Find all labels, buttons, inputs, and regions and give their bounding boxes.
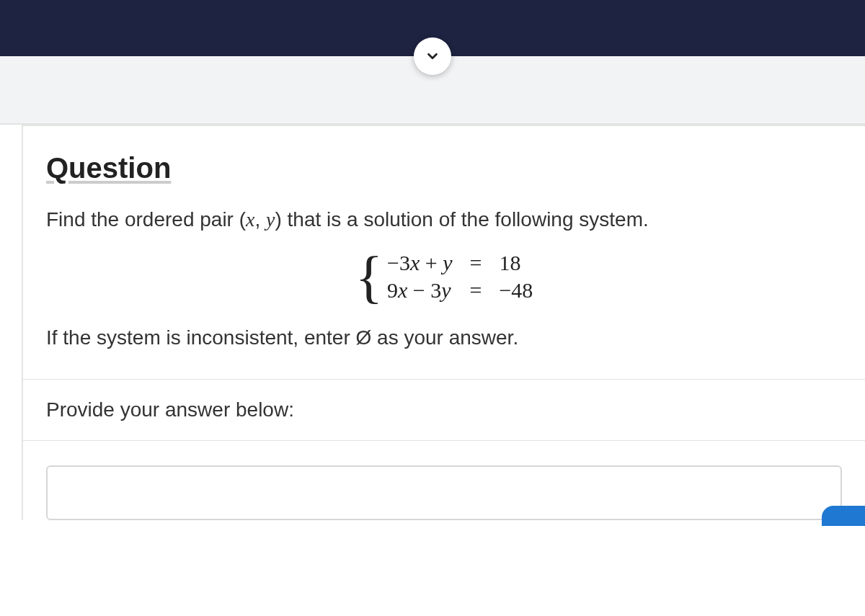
inconsistent-note: If the system is inconsistent, enter Ø a…: [46, 323, 842, 353]
answer-input[interactable]: [46, 465, 842, 520]
eq1-equals: =: [470, 251, 482, 275]
eq1-rhs: 18: [499, 251, 533, 275]
prompt-sep: ,: [254, 208, 266, 231]
var-x: x: [246, 208, 254, 231]
eq2-rhs: −48: [499, 278, 533, 303]
left-brace: {: [355, 248, 383, 305]
eq1-lhs-y: y: [443, 251, 452, 274]
eq1-lhs-minus3: −3: [387, 251, 410, 274]
answer-label: Provide your answer below:: [23, 380, 865, 441]
answer-input-row: [23, 441, 865, 520]
question-heading: Question: [46, 152, 842, 184]
prompt-text-after: ) that is a solution of the following sy…: [275, 208, 648, 231]
eq2-lhs-minus: − 3: [407, 278, 441, 302]
eq2-lhs-9: 9: [387, 278, 398, 302]
question-prompt: Find the ordered pair (x, y) that is a s…: [46, 205, 842, 235]
note-after: as your answer.: [371, 326, 518, 349]
eq2-lhs-y: y: [441, 278, 451, 302]
empty-set-symbol: Ø: [356, 326, 372, 349]
top-header: [0, 0, 865, 56]
eq2-equals: =: [470, 278, 482, 303]
expand-toggle-button[interactable]: [414, 37, 451, 75]
eq1-lhs-plus: +: [420, 251, 443, 274]
eq1-lhs-x: x: [410, 251, 420, 274]
question-card: Question Find the ordered pair (x, y) th…: [22, 125, 865, 520]
help-pill[interactable]: [822, 506, 865, 526]
note-before: If the system is inconsistent, enter: [46, 326, 356, 349]
chevron-down-icon: [425, 48, 440, 64]
equation-system: { −3x + y = 18 9x − 3y = −48: [46, 248, 842, 305]
eq2-lhs-x: x: [398, 278, 407, 302]
var-y: y: [266, 208, 275, 231]
prompt-text-before: Find the ordered pair (: [46, 208, 246, 231]
